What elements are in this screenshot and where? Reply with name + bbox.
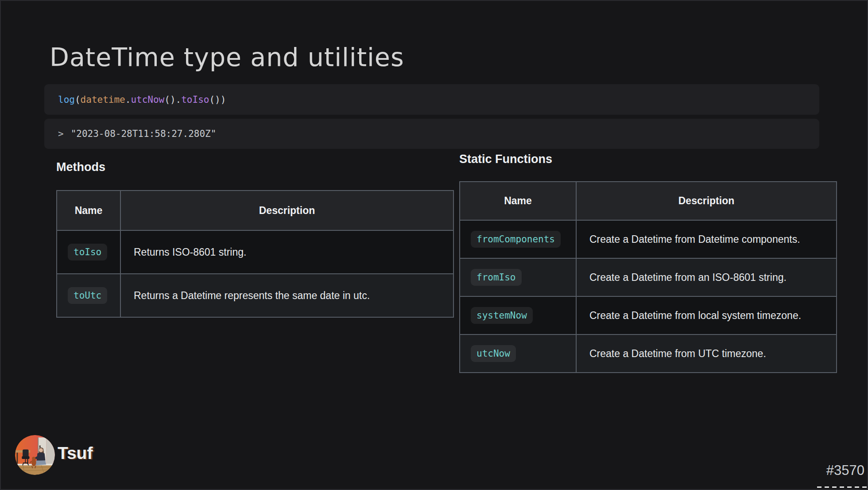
methods-heading: Methods	[56, 160, 105, 174]
methods-col-name: Name	[57, 191, 120, 230]
progress-dashes	[817, 486, 868, 488]
function-name-code: systemNow	[471, 307, 533, 324]
table-row: systemNowCreate a Datetime from local sy…	[460, 296, 837, 334]
function-description: Create a Datetime from UTC timezone.	[576, 334, 837, 373]
code-token: utcNow	[131, 94, 164, 105]
output-block: > "2023-08-28T11:58:27.280Z"	[44, 119, 819, 149]
static-header-row: Name Description	[460, 182, 837, 220]
avatar-photo-illustration	[15, 435, 55, 475]
slide-number: #3570	[826, 463, 864, 478]
function-description: Create a Datetime from Datetime componen…	[576, 220, 837, 258]
code-token: .	[125, 94, 131, 105]
table-row: toUtcReturns a Datetime represents the s…	[57, 274, 453, 317]
code-token: log	[58, 94, 75, 105]
table-row: utcNowCreate a Datetime from UTC timezon…	[460, 334, 837, 373]
function-name-code: toUtc	[68, 287, 107, 304]
code-token: datetime	[81, 94, 125, 105]
static-functions-heading: Static Functions	[459, 152, 552, 166]
table-row: fromIsoCreate a Datetime from an ISO-860…	[460, 258, 837, 296]
output-value: "2023-08-28T11:58:27.280Z"	[71, 128, 217, 139]
static-functions-table: Name Description fromComponentsCreate a …	[459, 181, 837, 373]
slide: DateTime type and utilities log(datetime…	[0, 0, 868, 490]
table-row: fromComponentsCreate a Datetime from Dat…	[460, 220, 837, 258]
static-col-description: Description	[576, 182, 837, 220]
author-name: Tsuf	[58, 443, 93, 463]
function-description: Create a Datetime from an ISO-8601 strin…	[576, 258, 837, 296]
output-prompt: >	[58, 128, 64, 139]
methods-col-description: Description	[120, 191, 453, 230]
page-title: DateTime type and utilities	[50, 43, 404, 72]
static-col-name: Name	[460, 182, 576, 220]
function-description: Returns ISO-8601 string.	[120, 230, 453, 274]
function-description: Returns a Datetime represents the same d…	[120, 274, 453, 317]
code-token: toIso	[181, 94, 209, 105]
code-token: (	[75, 94, 81, 105]
function-description: Create a Datetime from local system time…	[576, 296, 837, 334]
code-token: ())	[209, 94, 226, 105]
function-name-code: fromComponents	[471, 231, 561, 248]
function-name-code: toIso	[68, 244, 107, 261]
code-block: log(datetime.utcNow().toIso())	[44, 84, 819, 115]
function-name-code: fromIso	[471, 269, 522, 286]
code-token: ().	[164, 94, 181, 105]
function-name-code: utcNow	[471, 345, 516, 362]
avatar	[15, 435, 55, 475]
code-line: log(datetime.utcNow().toIso())	[58, 94, 226, 105]
methods-table: Name Description toIsoReturns ISO-8601 s…	[56, 190, 454, 318]
table-row: toIsoReturns ISO-8601 string.	[57, 230, 453, 274]
methods-header-row: Name Description	[57, 191, 453, 230]
